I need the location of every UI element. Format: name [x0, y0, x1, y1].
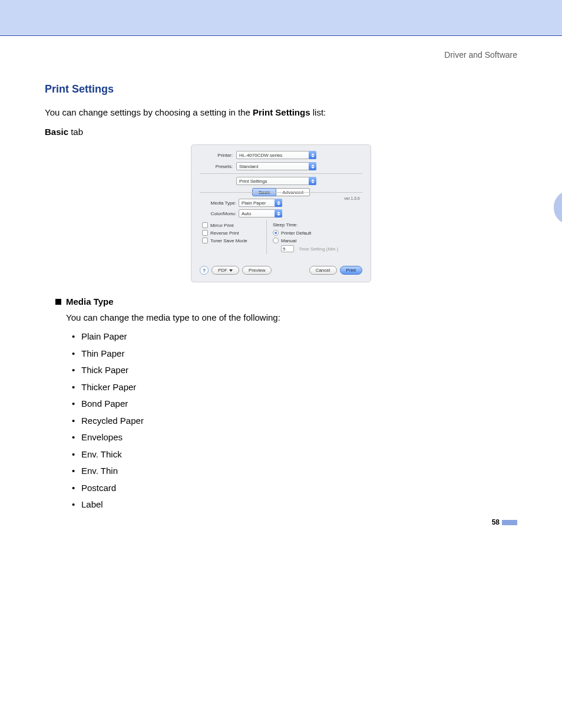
list-item: Plain Paper [72, 328, 517, 345]
manual-label: Manual [281, 238, 296, 243]
printer-default-radio[interactable] [273, 230, 279, 236]
pdf-label: PDF [218, 268, 227, 273]
list-item: Envelopes [72, 429, 517, 446]
chevron-down-icon [229, 269, 233, 272]
pane-select[interactable]: Print Settings [236, 177, 316, 185]
reverse-print-label: Reverse Print [210, 230, 239, 236]
section-title: Print Settings [45, 83, 517, 95]
dropdown-icon [309, 151, 316, 159]
media-type-list: Plain Paper Thin Paper Thick Paper Thick… [72, 328, 517, 513]
dropdown-icon [309, 162, 316, 170]
footer-right: Cancel Print [309, 266, 362, 275]
presets-row: Presets: Standard [200, 162, 362, 170]
reverse-print-checkbox[interactable] [202, 230, 208, 236]
breadcrumb: Driver and Software [45, 50, 517, 60]
panel-columns: Mirror Print Reverse Print Toner Save Mo… [202, 220, 360, 254]
intro-prefix: You can change settings by choosing a se… [45, 107, 253, 117]
media-type-title: Media Type [66, 297, 114, 307]
list-item: Label [72, 496, 517, 513]
mirror-print-row: Mirror Print [202, 222, 263, 228]
printer-value: HL-4070CDW series [239, 153, 282, 158]
list-item: Recycled Paper [72, 413, 517, 430]
top-band [0, 0, 562, 35]
pane-row: Print Settings [200, 177, 362, 185]
page-body: 3 Driver and Software Print Settings You… [0, 36, 562, 537]
footer-left: ? PDF Preview [200, 266, 272, 275]
options-column: Mirror Print Reverse Print Toner Save Mo… [202, 220, 267, 254]
reverse-print-row: Reverse Print [202, 230, 263, 236]
list-item: Thick Paper [72, 362, 517, 379]
intro-text: You can change settings by choosing a se… [45, 106, 517, 120]
mirror-print-label: Mirror Print [210, 223, 234, 228]
page-number: 58 [492, 518, 517, 526]
dialog-figure: Printer: HL-4070CDW series Presets: Stan… [191, 144, 371, 282]
page-number-value: 58 [492, 518, 500, 526]
media-type-desc: You can change the media type to one of … [66, 312, 517, 322]
list-item: Postcard [72, 480, 517, 497]
mirror-print-checkbox[interactable] [202, 222, 208, 228]
dropdown-icon [275, 199, 282, 207]
time-setting-row: 5 Time Setting (Min.) [281, 245, 360, 252]
intro-strong: Print Settings [253, 107, 310, 117]
printer-default-label: Printer Default [281, 230, 311, 236]
basic-strong: Basic [45, 127, 68, 137]
media-type-heading: Media Type [55, 297, 517, 307]
media-type-select[interactable]: Plain Paper [239, 199, 282, 207]
sleep-title: Sleep Time: [273, 222, 297, 228]
cancel-button[interactable]: Cancel [309, 266, 337, 275]
list-item: Bond Paper [72, 396, 517, 413]
color-mono-select[interactable]: Auto [239, 209, 282, 218]
intro-suffix: list: [310, 107, 326, 117]
pane-value: Print Settings [239, 179, 267, 184]
print-button[interactable]: Print [340, 266, 362, 275]
media-type-label: Media Type: [202, 200, 239, 206]
time-value-field[interactable]: 5 [281, 245, 294, 252]
basic-panel: ver.1.0.6 Media Type: Plain Paper Color/… [200, 192, 362, 258]
preview-button[interactable]: Preview [242, 266, 272, 275]
color-mono-value: Auto [242, 211, 251, 216]
dropdown-icon [275, 209, 282, 218]
dialog-separator [200, 173, 362, 174]
page-number-bar-icon [502, 520, 517, 525]
sleep-title-row: Sleep Time: [273, 222, 360, 228]
list-item: Env. Thick [72, 446, 517, 463]
square-bullet-icon [55, 299, 61, 305]
color-mono-row: Color/Mono: Auto [202, 209, 360, 218]
printer-default-row: Printer Default [273, 230, 360, 236]
dropdown-icon [309, 177, 316, 185]
toner-save-label: Toner Save Mode [210, 238, 247, 243]
color-mono-label: Color/Mono: [202, 211, 239, 216]
print-dialog: Printer: HL-4070CDW series Presets: Stan… [191, 144, 371, 282]
basic-tab-label: Basic tab [45, 126, 517, 139]
media-type-row: Media Type: Plain Paper [202, 199, 360, 207]
time-unit-label: Time Setting (Min.) [299, 246, 338, 252]
sleep-column: Sleep Time: Printer Default Manual 5 [267, 220, 360, 254]
toner-save-row: Toner Save Mode [202, 238, 263, 243]
pdf-button[interactable]: PDF [211, 266, 239, 275]
list-item: Thin Paper [72, 345, 517, 363]
printer-label: Printer: [200, 153, 236, 158]
list-item: Thicker Paper [72, 379, 517, 396]
manual-row: Manual [273, 238, 360, 243]
basic-suffix: tab [68, 127, 83, 137]
manual-radio[interactable] [273, 238, 279, 243]
version-label: ver.1.0.6 [344, 196, 360, 200]
presets-select[interactable]: Standard [236, 162, 316, 170]
chapter-tab: 3 [554, 190, 562, 225]
list-item: Env. Thin [72, 463, 517, 480]
help-button[interactable]: ? [200, 266, 209, 275]
presets-label: Presets: [200, 164, 236, 169]
dialog-footer: ? PDF Preview Cancel Print [200, 266, 362, 275]
media-type-value: Plain Paper [242, 200, 266, 206]
toner-save-checkbox[interactable] [202, 238, 208, 243]
printer-select[interactable]: HL-4070CDW series [236, 151, 316, 159]
presets-value: Standard [239, 164, 258, 169]
printer-row: Printer: HL-4070CDW series [200, 151, 362, 159]
